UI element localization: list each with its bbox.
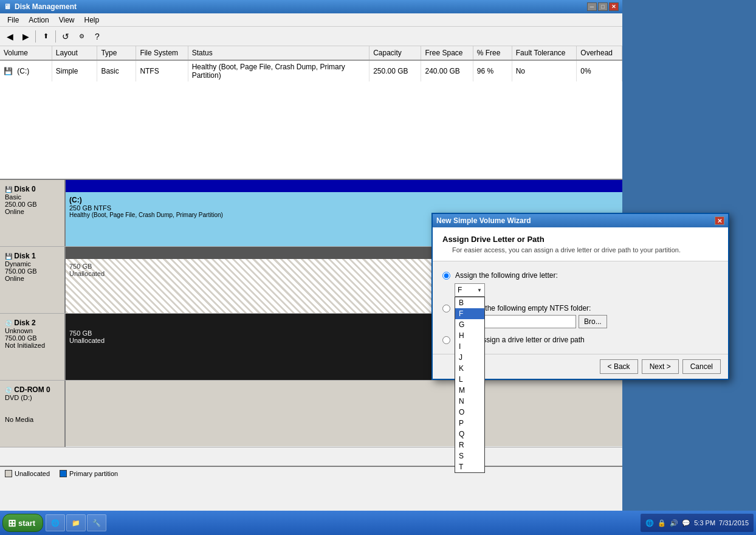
cdrom0-content [66, 381, 622, 446]
menu-view[interactable]: View [54, 15, 80, 26]
cell-layout: Simple [52, 60, 97, 81]
cancel-button[interactable]: Cancel [682, 359, 721, 374]
radio-assign-letter[interactable] [442, 272, 450, 280]
properties-button[interactable]: ⚙ [74, 29, 89, 44]
start-label: start [18, 519, 35, 528]
cell-type: Basic [97, 60, 136, 81]
cdrom0-name: 💿 CD-ROM 0 [5, 385, 60, 394]
menu-help[interactable]: Help [80, 15, 105, 26]
dropdown-item-N[interactable]: N [455, 396, 484, 407]
forward-button[interactable]: ▶ [18, 29, 33, 44]
wizard-title-text: New Simple Volume Wizard [436, 216, 531, 225]
radio-group: Assign the following drive letter: F ▼ B… [442, 271, 718, 344]
radio-no-assign[interactable] [442, 336, 450, 344]
dropdown-item-G[interactable]: G [455, 319, 484, 330]
legend-box-unallocated [5, 470, 12, 477]
disk1-size: 750.00 GB [5, 268, 60, 275]
col-volume: Volume [0, 46, 52, 60]
help-button[interactable]: ? [90, 29, 105, 44]
dropdown-item-P[interactable]: P [455, 418, 484, 429]
table-row[interactable]: 💾 (C:) Simple Basic NTFS Healthy (Boot, … [0, 60, 622, 81]
toolbar-separator-2 [55, 30, 56, 43]
close-button[interactable]: ✕ [609, 2, 619, 11]
dropdown-item-R[interactable]: R [455, 440, 484, 450]
disk-label-2: 💿 Disk 2 Unknown 750.00 GB Not Initializ… [0, 314, 66, 380]
minimize-button[interactable]: ─ [587, 2, 597, 11]
wizard-dialog: New Simple Volume Wizard ✕ Assign Drive … [431, 213, 729, 380]
disk-row-cdrom0: 💿 CD-ROM 0 DVD (D:) No Media [0, 381, 622, 447]
radio-assign-letter-label: Assign the following drive letter: [455, 271, 558, 280]
windows-logo: ⊞ [8, 517, 16, 529]
disk1-status: Online [5, 275, 60, 282]
cell-freespace: 240.00 GB [421, 60, 473, 81]
disk0-icon: 💾 [5, 186, 12, 193]
disk1-icon: 💾 [5, 253, 12, 260]
dropdown-item-I[interactable]: I [455, 341, 484, 352]
tray-security-icon: 🔒 [658, 519, 666, 527]
dropdown-item-S[interactable]: S [455, 450, 484, 461]
drive-letter-list[interactable]: BFGHIJKLMNOPQRSTUVWXYZ [455, 297, 485, 473]
taskbar-browser-item[interactable]: 🌐 [46, 514, 65, 531]
explorer-icon: 📁 [72, 519, 80, 527]
maximize-button[interactable]: □ [598, 2, 608, 11]
disk0-name: 💾 Disk 0 [5, 185, 60, 193]
col-type: Type [97, 46, 136, 60]
disk0-partition-label: (C:) [69, 196, 619, 204]
radio-row-1: Assign the following drive letter: F ▼ B… [442, 271, 718, 297]
up-button[interactable]: ⬆ [38, 29, 53, 44]
dropdown-item-K[interactable]: K [455, 363, 484, 374]
col-layout: Layout [52, 46, 97, 60]
disk0-type: Basic [5, 193, 60, 201]
drive-letter-button[interactable]: F ▼ [455, 283, 485, 297]
col-faulttolerance: Fault Tolerance [512, 46, 577, 60]
col-capacity: Capacity [369, 46, 421, 60]
disk2-name: 💿 Disk 2 [5, 319, 60, 327]
taskbar-items: 🌐 📁 🔧 [43, 514, 641, 531]
cdrom0-type: DVD (D:) [5, 394, 60, 401]
taskbar-tools-item[interactable]: 🔧 [87, 514, 106, 531]
drive-icon: 💾 [4, 67, 13, 75]
dropdown-item-J[interactable]: J [455, 352, 484, 363]
next-button[interactable]: Next > [642, 359, 679, 374]
disk1-name: 💾 Disk 1 [5, 252, 60, 260]
start-button[interactable]: ⊞ start [2, 514, 43, 532]
volume-table: Volume Layout Type File System Status Ca… [0, 46, 622, 81]
legend-box-primary [60, 470, 67, 477]
radio-row-assign: Assign the following drive letter: [442, 271, 718, 280]
wizard-title-bar: New Simple Volume Wizard ✕ [433, 214, 728, 227]
taskbar: ⊞ start 🌐 📁 🔧 🌐 🔒 🔊 💬 5:3 PM 7/31/2015 [0, 511, 756, 535]
volume-table-area: Volume Layout Type File System Status Ca… [0, 46, 622, 180]
dropdown-item-H[interactable]: H [455, 330, 484, 341]
back-button[interactable]: < Back [600, 359, 638, 374]
dropdown-item-B[interactable]: B [455, 297, 484, 308]
drive-letter-dropdown[interactable]: F ▼ BFGHIJKLMNOPQRSTUVWXYZ [455, 283, 485, 297]
cell-filesystem: NTFS [136, 60, 188, 81]
menu-action[interactable]: Action [24, 15, 53, 26]
tray-network-icon: 🌐 [645, 519, 654, 527]
dropdown-item-T[interactable]: T [455, 461, 484, 472]
title-bar: 🖥 Disk Management ─ □ ✕ [0, 0, 622, 13]
window-title: Disk Management [15, 2, 77, 11]
cell-overhead: 0% [577, 60, 622, 81]
disk1-type: Dynamic [5, 260, 60, 268]
back-button[interactable]: ◀ [2, 29, 17, 44]
menu-file[interactable]: File [2, 15, 24, 26]
dropdown-item-Q[interactable]: Q [455, 429, 484, 440]
dropdown-item-F[interactable]: F [455, 308, 484, 319]
refresh-button[interactable]: ↺ [58, 29, 73, 44]
col-status: Status [188, 46, 369, 60]
browse-button[interactable]: Bro... [579, 315, 607, 328]
dropdown-item-O[interactable]: O [455, 407, 484, 418]
wizard-close-button[interactable]: ✕ [715, 216, 724, 225]
drive-letter-select-row: F ▼ BFGHIJKLMNOPQRSTUVWXYZ [442, 283, 718, 297]
legend-unallocated: Unallocated [5, 470, 50, 477]
dropdown-item-U[interactable]: U [455, 472, 484, 473]
cell-faulttolerance: No [512, 60, 577, 81]
cell-percentfree: 96 % [473, 60, 512, 81]
dropdown-item-M[interactable]: M [455, 385, 484, 396]
toolbar-separator-1 [35, 30, 36, 43]
dropdown-item-L[interactable]: L [455, 374, 484, 385]
radio-mount-ntfs[interactable] [442, 305, 450, 312]
taskbar-explorer-item[interactable]: 📁 [66, 514, 86, 531]
disk2-status: Not Initialized [5, 342, 60, 349]
